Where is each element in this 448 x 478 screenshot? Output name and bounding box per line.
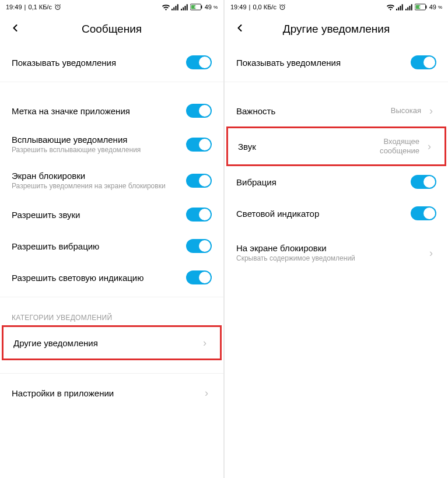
show-notifications-row[interactable]: Показывать уведомления (225, 47, 448, 78)
importance-label: Важность (236, 106, 391, 116)
badge-row[interactable]: Метка на значке приложения (0, 95, 223, 126)
chevron-right-icon: › (200, 337, 210, 349)
status-bar: 19:49 | 0,1 КБ/с 49 % (0, 0, 223, 14)
back-button[interactable] (9, 22, 23, 36)
importance-value: Высокая (391, 106, 421, 115)
popup-sub: Разрешить всплывающие уведомления (12, 145, 186, 154)
led-toggle[interactable] (186, 270, 212, 284)
chevron-right-icon: › (424, 140, 435, 153)
signal1-icon (172, 4, 179, 10)
categories-section-label: КАТЕГОРИИ УВЕДОМЛЕНИЙ (0, 301, 223, 325)
vibration-toggle[interactable] (411, 175, 436, 189)
signal2-icon (181, 4, 188, 10)
led-label: Световой индикатор (236, 209, 411, 219)
divider (0, 297, 223, 297)
vibration-row[interactable]: Вибрация (225, 166, 448, 198)
vibration-toggle[interactable] (186, 239, 212, 253)
header: Другие уведомления (225, 14, 448, 47)
vibration-label: Вибрация (236, 177, 411, 187)
back-button[interactable] (234, 22, 248, 36)
badge-toggle[interactable] (186, 104, 212, 118)
divider (0, 373, 223, 374)
popup-toggle[interactable] (186, 138, 212, 152)
led-toggle[interactable] (411, 206, 436, 220)
phone-left: 19:49 | 0,1 КБ/с 49 % (0, 0, 223, 478)
page-title: Другие уведомления (248, 23, 425, 36)
badge-label: Метка на значке приложения (12, 106, 186, 116)
app-settings-row[interactable]: Настройки в приложении › (0, 377, 223, 409)
content: Показывать уведомления Важность Высокая … (225, 47, 448, 478)
divider (0, 82, 223, 82)
show-notifications-label: Показывать уведомления (236, 58, 411, 68)
status-time: 19:49 (230, 3, 247, 10)
battery-icon (190, 3, 203, 10)
battery-percent: 49 (205, 3, 212, 10)
popup-label: Всплывающие уведомления (12, 135, 186, 145)
alarm-icon (279, 3, 286, 10)
sounds-row[interactable]: Разрешить звуки (0, 199, 223, 230)
lockscreen-sub: Скрывать содержимое уведомлений (236, 254, 421, 263)
highlight-other-notifications: Другие уведомления › (2, 325, 222, 360)
lockscreen-toggle[interactable] (186, 174, 212, 188)
chevron-right-icon: › (426, 105, 436, 117)
sounds-toggle[interactable] (186, 208, 212, 222)
lockscreen-label: На экране блокировки (236, 243, 421, 253)
other-notifications-label: Другие уведомления (13, 338, 195, 348)
led-row[interactable]: Разрешить световую индикацию (0, 262, 223, 293)
sound-row[interactable]: Звук Входящее сообщение › (228, 128, 444, 164)
lockscreen-row[interactable]: На экране блокировки Скрывать содержимое… (225, 235, 448, 271)
signal2-icon (405, 4, 413, 10)
battery-percent: 49 (429, 3, 436, 10)
status-time: 19:49 (6, 3, 22, 10)
svg-rect-6 (425, 5, 426, 8)
wifi-icon (162, 4, 170, 10)
chevron-right-icon: › (201, 387, 212, 399)
led-row[interactable]: Световой индикатор (225, 198, 448, 229)
header: Сообщения (0, 14, 223, 47)
wifi-icon (387, 4, 394, 10)
highlight-sound: Звук Входящее сообщение › (226, 126, 446, 166)
importance-row[interactable]: Важность Высокая › (225, 95, 448, 126)
vibration-row[interactable]: Разрешить вибрацию (0, 230, 223, 262)
sound-value: Входящее сообщение (355, 137, 419, 156)
lockscreen-sub: Разрешить уведомления на экране блокиров… (12, 181, 186, 191)
page-title: Сообщения (23, 23, 200, 36)
divider (225, 82, 448, 82)
alarm-icon (54, 3, 61, 10)
led-label: Разрешить световую индикацию (12, 273, 186, 283)
other-notifications-row[interactable]: Другие уведомления › (4, 327, 220, 358)
chevron-right-icon: › (426, 247, 436, 259)
show-notifications-toggle[interactable] (186, 55, 212, 69)
app-settings-label: Настройки в приложении (12, 388, 197, 398)
signal1-icon (396, 4, 404, 10)
sounds-label: Разрешить звуки (12, 210, 186, 220)
content: Показывать уведомления Метка на значке п… (0, 47, 223, 478)
status-bar: 19:49 | 0,0 КБ/с 49 % (225, 0, 448, 14)
sound-label: Звук (238, 142, 355, 152)
show-notifications-toggle[interactable] (411, 55, 436, 69)
show-notifications-row[interactable]: Показывать уведомления (0, 47, 223, 78)
svg-rect-2 (201, 5, 202, 8)
popup-row[interactable]: Всплывающие уведомления Разрешить всплыв… (0, 126, 223, 163)
battery-icon (415, 3, 428, 10)
status-net: 0,1 КБ/с (28, 3, 52, 10)
status-net: 0,0 КБ/с (253, 3, 276, 10)
lockscreen-row[interactable]: Экран блокировки Разрешить уведомления н… (0, 163, 223, 199)
show-notifications-label: Показывать уведомления (12, 58, 186, 68)
lockscreen-label: Экран блокировки (12, 171, 186, 181)
phone-right: 19:49 | 0,0 КБ/с 49 % (225, 0, 448, 478)
vibration-label: Разрешить вибрацию (12, 241, 186, 251)
